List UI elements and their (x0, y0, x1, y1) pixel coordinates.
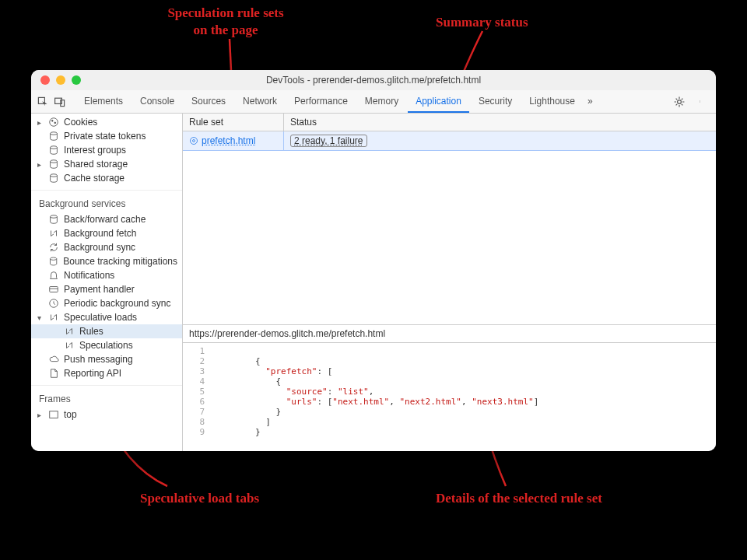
sidebar-item-cookies[interactable]: Cookies (31, 115, 182, 129)
annot-summary: Summary status (436, 14, 528, 31)
svg-rect-2 (61, 100, 65, 106)
svg-point-6 (700, 102, 700, 103)
sidebar-label: Bounce tracking mitigations (63, 256, 177, 267)
fetch-icon (64, 326, 75, 337)
inspect-icon[interactable] (36, 95, 50, 109)
sidebar-label: Payment handler (64, 284, 135, 295)
target-icon (189, 136, 198, 145)
traffic-lights (31, 75, 81, 85)
titlebar: DevTools - prerender-demos.glitch.me/pre… (31, 70, 716, 90)
fetch-icon (64, 340, 75, 351)
col-status: Status (284, 114, 716, 131)
sidebar-item-rules[interactable]: Rules (31, 324, 182, 338)
sidebar-label: Cookies (64, 117, 97, 128)
devtools-window: DevTools - prerender-demos.glitch.me/pre… (31, 70, 716, 451)
tab-console[interactable]: Console (132, 91, 182, 113)
sidebar-item-bfc[interactable]: Back/forward cache (31, 212, 182, 226)
sidebar-item-pst[interactable]: Private state tokens (31, 129, 182, 143)
sidebar-item-notif[interactable]: Notifications (31, 268, 182, 282)
tabs-overflow[interactable]: » (584, 91, 596, 113)
svg-point-12 (51, 160, 58, 163)
fetch-icon (48, 228, 59, 239)
sidebar-label: Background sync (64, 242, 135, 253)
bell-icon (48, 270, 59, 281)
tab-elements[interactable]: Elements (76, 91, 131, 113)
code-line: 8 ] (183, 417, 716, 427)
annot-tabs: Speculative load tabs (140, 490, 259, 507)
svg-point-4 (700, 100, 700, 101)
sidebar-item-pbs[interactable]: Periodic background sync (31, 296, 182, 310)
cloud-icon (48, 354, 59, 365)
sync-icon (48, 242, 59, 253)
annot-rulesets: Speculation rule setson the page (140, 5, 311, 39)
code-line: 6 "urls": ["next.html", "next2.html", "n… (183, 397, 716, 407)
sidebar-item-bf[interactable]: Background fetch (31, 226, 182, 240)
svg-point-8 (51, 120, 53, 121)
sidebar-label: Periodic background sync (64, 298, 170, 309)
sidebar-item-spec[interactable]: Speculations (31, 338, 182, 352)
database-icon (48, 214, 59, 225)
sidebar-item-ig[interactable]: Interest groups (31, 143, 182, 157)
fetch-icon (48, 312, 59, 323)
tab-application[interactable]: Application (408, 91, 469, 113)
code-line: 7 } (183, 407, 716, 417)
sidebar-item-ph[interactable]: Payment handler (31, 282, 182, 296)
rule-set-name: prefetch.html (202, 135, 255, 146)
sidebar-label: Private state tokens (64, 131, 146, 142)
frame-icon (48, 409, 59, 420)
svg-point-13 (51, 174, 58, 177)
sidebar-item-sl[interactable]: Speculative loads (31, 310, 182, 324)
zoom-icon[interactable] (72, 75, 81, 85)
tab-lighthouse[interactable]: Lighthouse (521, 91, 583, 113)
rule-set-link[interactable]: prefetch.html (183, 131, 284, 150)
svg-point-10 (51, 132, 58, 135)
sidebar-label: Rules (79, 326, 103, 337)
database-icon (48, 131, 59, 142)
svg-rect-18 (50, 411, 58, 418)
code-line: 3 "prefetch": [ (183, 366, 716, 376)
database-icon (48, 159, 59, 170)
code-line: 1 (183, 346, 716, 356)
sidebar: Cookies Private state tokens Interest gr… (31, 114, 183, 451)
database-icon (48, 173, 59, 184)
status-badge[interactable]: 2 ready, 1 failure (290, 135, 367, 147)
tab-security[interactable]: Security (471, 91, 520, 113)
close-icon[interactable] (40, 75, 50, 85)
tab-sources[interactable]: Sources (184, 91, 233, 113)
tab-performance[interactable]: Performance (286, 91, 356, 113)
table-header: Rule set Status (183, 114, 716, 131)
gear-icon[interactable] (672, 95, 686, 109)
sidebar-label: Speculations (79, 340, 133, 351)
clock-icon (48, 298, 59, 309)
table-row[interactable]: prefetch.html 2 ready, 1 failure (183, 131, 716, 151)
sidebar-item-rapi[interactable]: Reporting API (31, 366, 182, 380)
sidebar-item-cs[interactable]: Cache storage (31, 171, 182, 185)
main-panel: Rule set Status prefetch.html 2 ready, 1… (183, 114, 716, 451)
sidebar-item-top[interactable]: top (31, 408, 182, 422)
sidebar-label: Back/forward cache (64, 214, 146, 225)
svg-point-7 (50, 118, 58, 127)
sidebar-item-btm[interactable]: Bounce tracking mitigations (31, 254, 182, 268)
code-line: 9 } (183, 427, 716, 437)
device-toggle-icon[interactable] (53, 95, 67, 109)
sidebar-item-ss[interactable]: Shared storage (31, 157, 182, 171)
sidebar-label: top (64, 409, 77, 420)
svg-point-11 (51, 146, 58, 149)
sidebar-label: Speculative loads (64, 312, 137, 323)
tab-network[interactable]: Network (235, 91, 285, 113)
code-panel: 1 2 {3 "prefetch": [4 {5 "source": "list… (183, 342, 716, 451)
card-icon (48, 284, 59, 295)
svg-point-9 (54, 122, 56, 124)
svg-rect-16 (50, 287, 58, 292)
file-icon (48, 368, 59, 379)
sidebar-item-pm[interactable]: Push messaging (31, 352, 182, 366)
minimize-icon[interactable] (56, 75, 65, 85)
svg-point-15 (50, 257, 56, 260)
sidebar-label: Shared storage (64, 159, 128, 170)
sidebar-item-bs[interactable]: Background sync (31, 240, 182, 254)
panel-tabs: Elements Console Sources Network Perform… (76, 91, 669, 113)
sidebar-label: Interest groups (64, 145, 126, 156)
kebab-icon[interactable] (694, 95, 708, 109)
svg-point-14 (51, 215, 58, 219)
tab-memory[interactable]: Memory (357, 91, 406, 113)
